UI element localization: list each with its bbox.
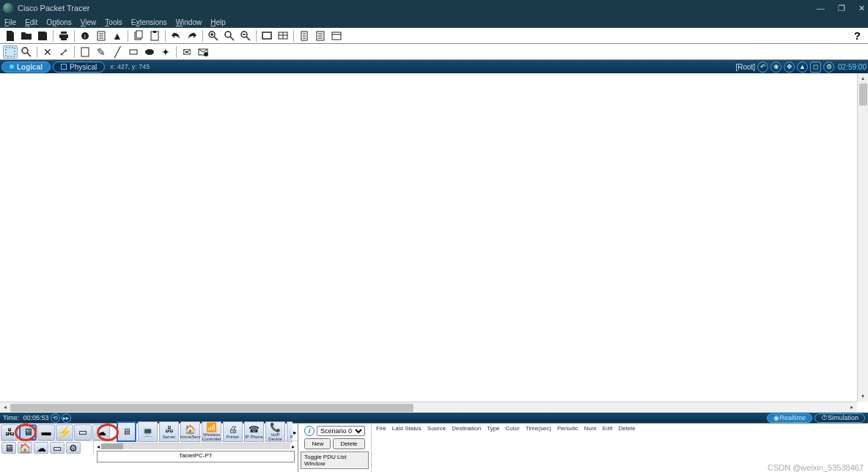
pdu-col-num: Num [584, 425, 597, 432]
bottom-panel: 🖧 🖥 ▬ ⚡ ▭ ☁ 🖥💻🖧Server🏠HomeServ📶Wireless … [0, 423, 868, 472]
device-cat-end[interactable]: 🖥 [19, 424, 37, 440]
root-label[interactable]: [Root] [735, 63, 755, 71]
new-file-icon[interactable] [3, 29, 18, 43]
activity-icon[interactable] [94, 29, 108, 43]
logical-view-button[interactable]: Logical [1, 62, 51, 73]
zoom-reset-icon[interactable] [222, 29, 237, 43]
pdu-col-destination: Destination [452, 425, 481, 432]
ellipse-icon[interactable] [142, 45, 157, 59]
note-icon[interactable] [78, 45, 92, 59]
menu-file[interactable]: File [4, 18, 16, 26]
device-cat-multiuser[interactable]: ☁ [92, 424, 110, 440]
physical-view-button[interactable]: Physical [53, 62, 105, 73]
svg-point-7 [225, 32, 231, 37]
realtime-mode-button[interactable]: ◉ Realtime [767, 413, 812, 423]
horizontal-scrollbar[interactable]: ◂▸ [0, 402, 857, 413]
menu-options[interactable]: Options [46, 18, 71, 26]
zoom-in-icon[interactable] [206, 29, 221, 43]
power-cycle-icon[interactable]: ⟲ [51, 413, 60, 423]
list-icon[interactable] [313, 29, 328, 43]
device-item-1[interactable]: 💻 [138, 421, 158, 442]
menu-view[interactable]: View [81, 18, 97, 26]
freeform-icon[interactable]: ✦ [158, 45, 173, 59]
copy-icon[interactable] [131, 29, 146, 43]
secondary-toolbar: ✕ ⤢ ✎ ╱ ✦ ✉ [0, 44, 868, 60]
fast-forward-icon[interactable]: ▸▸ [62, 413, 71, 423]
device-item-6[interactable]: ☎IP Phone [244, 421, 264, 442]
rect-icon[interactable] [126, 45, 141, 59]
viewport-small-icon[interactable]: ◻ [810, 62, 821, 73]
app-icon [3, 3, 13, 13]
wizard-icon[interactable]: i [78, 29, 92, 43]
move-icon[interactable]: ✥ [784, 62, 795, 73]
delete-tool-icon[interactable]: ✕ [40, 45, 55, 59]
device-scroll-right[interactable]: ▸ [293, 429, 297, 436]
device-item-5[interactable]: 🖨Printer [223, 421, 243, 442]
minimize-button[interactable]: — [817, 4, 825, 13]
device-item-4[interactable]: 📶Wireless Controller [202, 421, 221, 442]
viewport-icon[interactable] [260, 29, 274, 43]
inspect-icon[interactable] [19, 45, 34, 59]
close-button[interactable]: ✕ [858, 4, 865, 13]
slider-right[interactable]: ▸ [292, 443, 295, 450]
workspace-canvas[interactable]: ▴▾ ◂▸ [0, 73, 868, 413]
simple-pdu-icon[interactable]: ✉ [180, 45, 194, 59]
subcat-4[interactable]: ▭ [50, 442, 65, 454]
subcat-3[interactable]: ☁ [34, 442, 48, 454]
device-item-2[interactable]: 🖧Server [159, 421, 179, 442]
select-tool-icon[interactable] [3, 45, 18, 59]
maximize-button[interactable]: ❐ [838, 4, 845, 13]
svg-rect-3 [136, 31, 142, 38]
svg-text:i: i [84, 33, 86, 40]
simulation-mode-button[interactable]: ⏱ Simulation [814, 413, 865, 423]
print-icon[interactable] [56, 29, 71, 43]
device-item-8[interactable]: 📱Phone [287, 421, 293, 442]
save-icon[interactable] [35, 29, 50, 43]
svg-rect-9 [262, 32, 271, 39]
subcat-2[interactable]: 🏠 [18, 442, 32, 454]
device-item-0[interactable]: 🖥 [117, 421, 136, 442]
line-icon[interactable]: ╱ [110, 45, 125, 59]
menu-edit[interactable]: Edit [25, 18, 37, 26]
menu-window[interactable]: Window [176, 18, 202, 26]
complex-pdu-icon[interactable] [196, 45, 210, 59]
pdu-col-color: Color [506, 425, 520, 432]
background-icon[interactable]: ▲ [797, 62, 808, 73]
vertical-scrollbar[interactable]: ▴▾ [857, 73, 868, 402]
menu-help[interactable]: Help [210, 18, 226, 26]
resize-icon[interactable]: ⤢ [56, 45, 71, 59]
paste-icon[interactable] [147, 29, 162, 43]
tiled-icon[interactable] [276, 29, 290, 43]
open-file-icon[interactable] [19, 29, 34, 43]
doc-icon[interactable] [297, 29, 312, 43]
pencil-icon[interactable]: ✎ [94, 45, 108, 59]
toggle-pdu-list-button[interactable]: Toggle PDU List Window [301, 451, 369, 469]
delete-scenario-button[interactable]: Delete [333, 438, 364, 449]
svg-point-18 [145, 49, 154, 55]
window-icon[interactable] [329, 29, 344, 43]
redo-icon[interactable] [185, 29, 199, 43]
undo-icon[interactable] [169, 29, 183, 43]
help-icon[interactable]: ? [854, 29, 865, 42]
slider-left[interactable]: ◂ [97, 443, 100, 450]
hint-icon[interactable]: ▲ [110, 29, 125, 43]
menu-extensions[interactable]: Extensions [131, 18, 167, 26]
device-cat-misc[interactable]: ▭ [74, 424, 92, 440]
subcat-1[interactable]: 🖥 [1, 442, 16, 454]
device-item-7[interactable]: 📞VoIP Device [265, 421, 285, 442]
device-item-3[interactable]: 🏠HomeServ [180, 421, 200, 442]
zoom-out-icon[interactable] [238, 29, 253, 43]
back-icon[interactable]: ↶ [757, 62, 768, 73]
info-icon[interactable]: i [304, 426, 315, 436]
device-cat-network[interactable]: 🖧 [1, 424, 18, 440]
device-cat-connections[interactable]: ⚡ [56, 424, 73, 440]
scenario-select[interactable]: Scenario 0 [317, 426, 365, 436]
env-icon[interactable]: ⚙ [823, 62, 834, 73]
coordinates: x: 427, y: 745 [110, 63, 150, 70]
subcat-5[interactable]: ⚙ [66, 442, 81, 454]
menu-tools[interactable]: Tools [105, 18, 122, 26]
pdu-col-source: Source [427, 425, 446, 432]
cluster-icon[interactable]: ❀ [770, 62, 781, 73]
new-scenario-button[interactable]: New [304, 438, 331, 449]
device-cat-components[interactable]: ▬ [37, 424, 55, 440]
